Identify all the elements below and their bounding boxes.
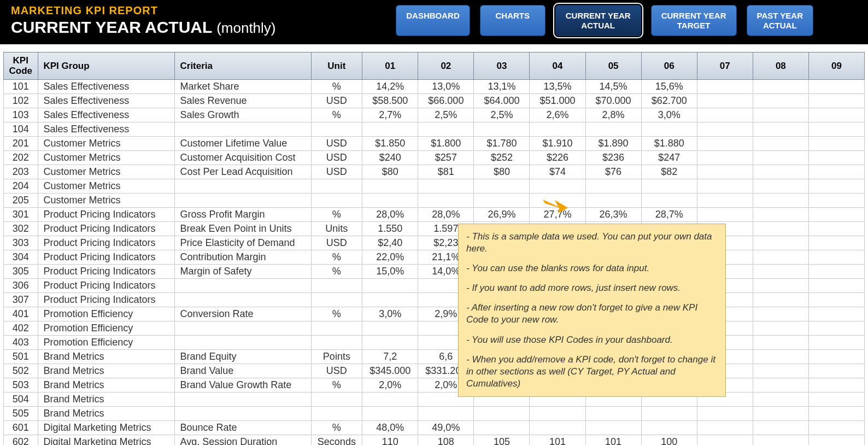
cell[interactable] [174,293,311,307]
cell[interactable] [808,165,864,179]
cell[interactable]: 202 [4,151,38,165]
nav-button-2[interactable]: CURRENT YEARACTUAL [555,5,641,36]
cell[interactable] [753,350,808,364]
cell[interactable] [641,407,697,421]
col-header-11[interactable]: 08 [753,52,808,80]
cell[interactable]: Margin of Safety [174,265,311,279]
col-header-3[interactable]: Unit [311,52,362,80]
cell[interactable]: USD [311,165,362,179]
cell[interactable]: % [311,80,362,94]
cell[interactable]: $64.000 [474,94,530,108]
cell[interactable]: $257 [418,151,474,165]
cell[interactable]: Market Share [174,80,311,94]
cell[interactable]: Product Pricing Indicators [38,265,174,279]
cell[interactable] [808,94,864,108]
cell[interactable] [808,108,864,122]
col-header-0[interactable]: KPICode [4,52,38,80]
cell[interactable] [585,179,641,194]
cell[interactable]: 204 [4,179,38,194]
cell[interactable]: 101 [530,435,585,445]
cell[interactable]: Sales Effectiveness [38,94,174,108]
cell[interactable]: $1.850 [362,137,418,151]
cell[interactable] [753,293,808,307]
cell[interactable]: 1.550 [362,222,418,236]
cell[interactable]: Break Even Point in Units [174,222,311,236]
cell[interactable]: $1.780 [474,137,530,151]
cell[interactable] [753,421,808,435]
cell[interactable] [174,279,311,293]
cell[interactable]: 205 [4,194,38,208]
cell[interactable] [753,222,808,236]
cell[interactable] [808,137,864,151]
cell[interactable]: 306 [4,279,38,293]
cell[interactable] [753,108,808,122]
cell[interactable]: $62.700 [641,94,697,108]
cell[interactable]: 2,0% [362,378,418,393]
col-header-2[interactable]: Criteria [174,52,311,80]
cell[interactable]: $70.000 [585,94,641,108]
cell[interactable]: 28,0% [418,208,474,222]
cell[interactable]: Sales Effectiveness [38,80,174,94]
cell[interactable]: Brand Metrics [38,378,174,393]
nav-button-0[interactable]: DASHBOARD [396,5,470,36]
cell[interactable] [474,194,530,208]
cell[interactable]: % [311,421,362,435]
cell[interactable]: 203 [4,165,38,179]
cell[interactable]: Promotion Efficiency [38,336,174,350]
col-header-4[interactable]: 01 [362,52,418,80]
cell[interactable]: 15,0% [362,265,418,279]
cell[interactable] [808,236,864,250]
cell[interactable] [753,393,808,407]
cell[interactable] [753,378,808,393]
cell[interactable]: Brand Metrics [38,407,174,421]
cell[interactable]: 304 [4,250,38,265]
cell[interactable] [753,321,808,336]
cell[interactable] [808,265,864,279]
cell[interactable]: Brand Equity [174,350,311,364]
cell[interactable]: Customer Metrics [38,151,174,165]
col-header-7[interactable]: 04 [530,52,585,80]
col-header-5[interactable]: 02 [418,52,474,80]
cell[interactable] [697,421,753,435]
cell[interactable]: 3,0% [362,307,418,321]
cell[interactable] [311,194,362,208]
cell[interactable] [753,265,808,279]
cell[interactable]: $82 [641,165,697,179]
cell[interactable]: Customer Metrics [38,165,174,179]
cell[interactable] [418,179,474,194]
cell[interactable]: $247 [641,151,697,165]
cell[interactable] [808,407,864,421]
cell[interactable]: $1.880 [641,137,697,151]
cell[interactable]: 7,2 [362,350,418,364]
cell[interactable] [311,407,362,421]
nav-button-1[interactable]: CHARTS [480,5,546,36]
cell[interactable]: 105 [474,435,530,445]
cell[interactable]: 2,5% [474,108,530,122]
cell[interactable] [697,179,753,194]
cell[interactable] [808,435,864,445]
cell[interactable]: Sales Revenue [174,94,311,108]
cell[interactable]: Brand Value Growth Rate [174,378,311,393]
cell[interactable] [753,364,808,378]
cell[interactable] [311,336,362,350]
col-header-9[interactable]: 06 [641,52,697,80]
cell[interactable]: 602 [4,435,38,445]
cell[interactable] [808,222,864,236]
cell[interactable]: Product Pricing Indicators [38,250,174,265]
cell[interactable]: $80 [474,165,530,179]
cell[interactable]: 2,6% [530,108,585,122]
cell[interactable]: 104 [4,122,38,137]
cell[interactable]: Contribution Margin [174,250,311,265]
cell[interactable]: 15,6% [641,80,697,94]
cell[interactable] [311,279,362,293]
cell[interactable] [697,407,753,421]
cell[interactable] [585,122,641,137]
cell[interactable] [474,407,530,421]
cell[interactable]: 48,0% [362,421,418,435]
cell[interactable] [808,307,864,321]
cell[interactable]: Sales Effectiveness [38,108,174,122]
cell[interactable] [808,179,864,194]
cell[interactable]: 100 [641,435,697,445]
cell[interactable] [753,250,808,265]
cell[interactable]: % [311,307,362,321]
